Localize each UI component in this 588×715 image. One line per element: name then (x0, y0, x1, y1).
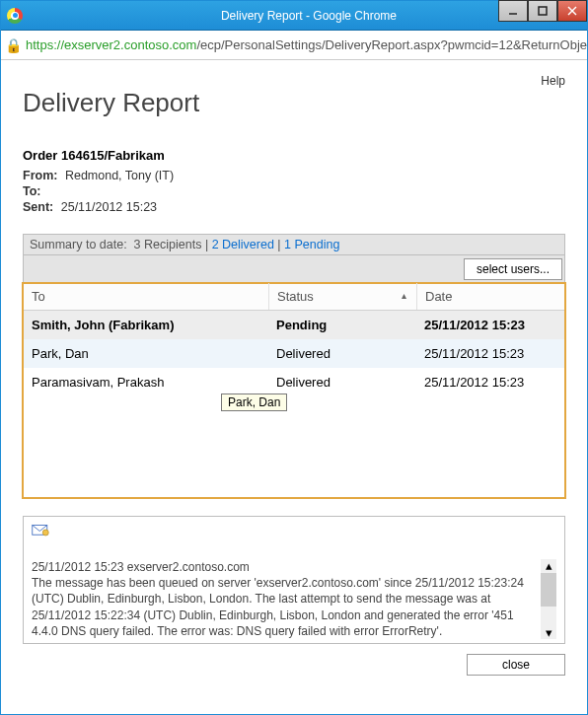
scroll-track[interactable] (541, 571, 556, 627)
url-path: /ecp/PersonalSettings/DeliveryReport.asp… (196, 37, 587, 52)
browser-window: Delivery Report - Google Chrome 🔒 https … (0, 0, 588, 715)
cell-to: Paramasivam, Prakash (24, 368, 268, 396)
window-titlebar[interactable]: Delivery Report - Google Chrome (1, 1, 587, 31)
toolbar-row: select users... (23, 255, 565, 283)
close-window-button[interactable] (557, 0, 587, 22)
col-to[interactable]: To (24, 283, 268, 310)
tooltip: Park, Dan (221, 393, 287, 411)
chrome-icon (7, 8, 23, 24)
cell-status: Delivered (268, 339, 416, 368)
envelope-icon (32, 523, 49, 536)
url-host: ://exserver2.contoso.com (53, 37, 196, 52)
detail-body-text: The message has been queued on server 'e… (32, 575, 535, 639)
scroll-thumb[interactable] (541, 573, 556, 607)
page-content: Help Delivery Report Order 164615/Fabrik… (1, 60, 587, 714)
from-label: From: (23, 169, 57, 182)
svg-point-5 (42, 530, 48, 536)
sent-value: 25/11/2012 15:23 (61, 200, 157, 214)
lock-icon: 🔒 (5, 37, 22, 53)
col-status[interactable]: Status (268, 283, 416, 310)
cell-date: 25/11/2012 15:23 (416, 368, 564, 396)
maximize-icon (538, 6, 548, 16)
cell-to: Park, Dan (24, 339, 268, 368)
detail-line1: 25/11/2012 15:23 exserver2.contoso.com (32, 559, 535, 575)
summary-label: Summary to date: (30, 238, 127, 251)
page-title: Delivery Report (23, 88, 565, 118)
meta-from: From: Redmond, Tony (IT) (23, 169, 565, 182)
table-header: To Status Date (24, 283, 564, 311)
detail-scrollbar[interactable]: ▴ ▾ (541, 559, 556, 639)
close-icon (567, 6, 577, 16)
cell-date: 25/11/2012 15:23 (416, 311, 564, 339)
help-link[interactable]: Help (541, 74, 565, 88)
detail-text: 25/11/2012 15:23 exserver2.contoso.com T… (32, 559, 541, 639)
minimize-icon (508, 6, 518, 16)
close-button[interactable]: close (467, 654, 565, 676)
summary-sep-1: | (205, 238, 212, 251)
message-subject: Order 164615/Fabrikam (23, 148, 565, 163)
summary-delivered-link[interactable]: 2 Delivered (212, 238, 274, 251)
select-users-button[interactable]: select users... (464, 258, 562, 280)
svg-rect-1 (539, 7, 547, 15)
summary-recipients: 3 Recipients (134, 238, 202, 251)
detail-body: 25/11/2012 15:23 exserver2.contoso.com T… (32, 559, 556, 639)
cell-date: 25/11/2012 15:23 (416, 339, 564, 368)
address-bar[interactable]: 🔒 https ://exserver2.contoso.com /ecp/Pe… (1, 31, 587, 60)
minimize-button[interactable] (498, 0, 528, 22)
detail-panel: 25/11/2012 15:23 exserver2.contoso.com T… (23, 516, 565, 644)
col-date[interactable]: Date (416, 283, 564, 310)
window-controls (498, 0, 587, 28)
scroll-down-icon[interactable]: ▾ (541, 627, 556, 639)
meta-sent: Sent: 25/11/2012 15:23 (23, 200, 565, 214)
summary-bar: Summary to date: 3 Recipients | 2 Delive… (23, 234, 565, 255)
meta-to: To: (23, 184, 565, 198)
cell-to: Smith, John (Fabrikam) (24, 311, 268, 339)
scroll-up-icon[interactable]: ▴ (541, 559, 556, 571)
to-label: To: (23, 184, 41, 198)
from-value: Redmond, Tony (IT) (65, 169, 174, 182)
cell-status: Pending (268, 311, 416, 339)
maximize-button[interactable] (528, 0, 557, 22)
sent-label: Sent: (23, 200, 53, 214)
recipients-table: To Status Date Smith, John (Fabrikam) Pe… (23, 283, 565, 498)
mail-status-icon (32, 523, 556, 539)
table-row[interactable]: Park, Dan Delivered 25/11/2012 15:23 (24, 339, 564, 368)
table-row[interactable]: Smith, John (Fabrikam) Pending 25/11/201… (24, 311, 564, 339)
summary-pending-link[interactable]: 1 Pending (284, 238, 339, 251)
table-row[interactable]: Paramasivam, Prakash Delivered 25/11/201… (24, 368, 564, 396)
cell-status: Delivered (268, 368, 416, 396)
footer-row: close (23, 654, 565, 676)
url-protocol: https (26, 37, 53, 52)
